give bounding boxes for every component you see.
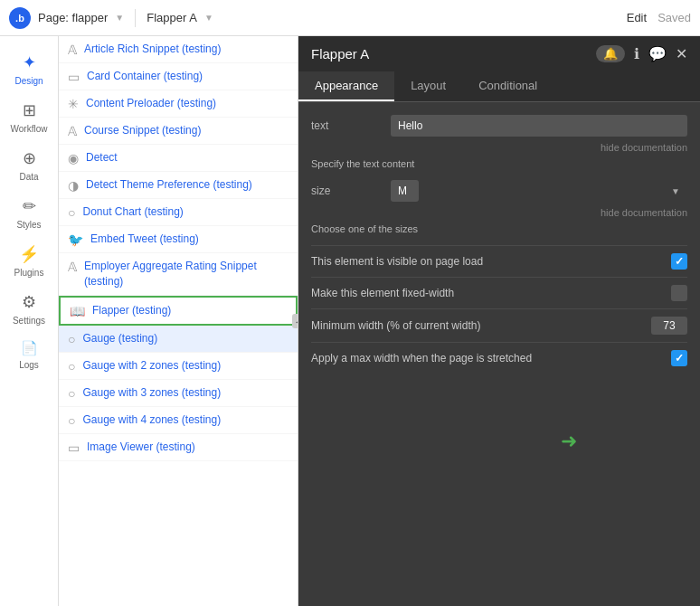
component-icon: 𝔸 bbox=[68, 124, 77, 138]
settings-title: Flapper A bbox=[311, 46, 369, 62]
sidebar-item-logs[interactable]: 📄 Logs bbox=[0, 333, 58, 377]
fixed-width-toggle[interactable] bbox=[671, 285, 687, 301]
sidebar-item-styles[interactable]: ✏ Styles bbox=[0, 189, 58, 237]
collapse-panel-button[interactable]: ◀ bbox=[292, 314, 298, 328]
component-name: Donut Chart (testing) bbox=[82, 204, 183, 220]
sidebar-item-data[interactable]: ⊕ Data bbox=[0, 141, 58, 189]
list-item[interactable]: ◉ Detect bbox=[59, 145, 298, 172]
page-dropdown-icon[interactable]: ▼ bbox=[115, 13, 124, 23]
design-icon: ✦ bbox=[23, 52, 36, 72]
min-width-row: Minimum width (% of current width) 73 bbox=[311, 308, 687, 342]
sidebar-item-settings[interactable]: ⚙ Settings bbox=[0, 285, 58, 333]
component-icon: ○ bbox=[68, 205, 75, 220]
sidebar-item-label-data: Data bbox=[19, 172, 38, 182]
component-icon: 🐦 bbox=[68, 232, 83, 247]
workflow-icon: ⊞ bbox=[23, 100, 36, 120]
top-bar: .b Page: flapper ▼ Flapper A ▼ Edit Save… bbox=[0, 0, 700, 36]
max-width-stretched-row: Apply a max width when the page is stret… bbox=[311, 342, 687, 374]
component-icon: ○ bbox=[68, 413, 75, 428]
component-name: Detect bbox=[86, 150, 118, 166]
component-name: Detect Theme Preference (testing) bbox=[86, 177, 252, 193]
sidebar-item-plugins[interactable]: ⚡ Plugins bbox=[0, 237, 58, 285]
list-item[interactable]: ○ Donut Chart (testing) bbox=[59, 199, 298, 226]
visible-on-load-row: This element is visible on page load bbox=[311, 245, 687, 277]
styles-icon: ✏ bbox=[23, 196, 36, 216]
flapper-label: Flapper A bbox=[147, 11, 197, 24]
logo[interactable]: .b bbox=[9, 7, 31, 29]
tab-appearance[interactable]: Appearance bbox=[298, 71, 394, 101]
text-field-label: text bbox=[311, 119, 383, 132]
component-name: Card Container (testing) bbox=[87, 69, 203, 84]
component-name: Gauge with 4 zones (testing) bbox=[82, 412, 221, 428]
list-item[interactable]: ○ Gauge with 2 zones (testing) bbox=[59, 353, 298, 380]
component-icon: ○ bbox=[68, 386, 75, 401]
sidebar-item-label-design: Design bbox=[14, 76, 43, 86]
max-width-stretched-label: Apply a max width when the page is stret… bbox=[311, 352, 532, 365]
visible-on-load-toggle[interactable] bbox=[671, 253, 687, 270]
sidebar-item-label-logs: Logs bbox=[19, 360, 39, 370]
list-item[interactable]: ○ Gauge with 4 zones (testing) bbox=[59, 407, 298, 434]
component-icon: ▭ bbox=[68, 440, 80, 455]
component-name: Gauge with 2 zones (testing) bbox=[82, 358, 221, 374]
text-input[interactable] bbox=[391, 115, 687, 137]
min-width-value[interactable]: 73 bbox=[651, 317, 687, 335]
component-icon: ✳ bbox=[68, 97, 79, 111]
settings-panel: Flapper A 🔔 ℹ 💬 ✕ Appearance Layout Cond… bbox=[298, 36, 700, 606]
sidebar-item-label-styles: Styles bbox=[16, 220, 41, 230]
list-item[interactable]: ✳ Content Preloader (testing) bbox=[59, 90, 298, 118]
divider bbox=[135, 9, 136, 27]
list-item[interactable]: 📖 Flapper (testing) bbox=[59, 296, 298, 326]
component-name: Article Rich Snippet (testing) bbox=[84, 42, 221, 57]
component-name: Image Viewer (testing) bbox=[87, 440, 195, 455]
sidebar-item-design[interactable]: ✦ Design bbox=[0, 45, 58, 93]
min-width-label: Minimum width (% of current width) bbox=[311, 319, 480, 332]
component-name: Content Preloader (testing) bbox=[86, 96, 216, 111]
list-item[interactable]: 𝔸 Article Rich Snippet (testing) bbox=[59, 36, 298, 63]
info-icon[interactable]: ℹ bbox=[634, 45, 639, 62]
logs-icon: 📄 bbox=[21, 340, 38, 356]
text-doc-link[interactable]: hide documentation bbox=[311, 142, 687, 153]
component-list: 𝔸 Article Rich Snippet (testing) ▭ Card … bbox=[59, 36, 298, 461]
flapper-dropdown-icon[interactable]: ▼ bbox=[204, 13, 213, 23]
size-field-label: size bbox=[311, 185, 383, 197]
close-icon[interactable]: ✕ bbox=[676, 45, 687, 62]
sidebar-item-workflow[interactable]: ⊞ Workflow bbox=[0, 93, 58, 141]
component-panel: 𝔸 Article Rich Snippet (testing) ▭ Card … bbox=[59, 36, 298, 606]
sidebar-item-label-workflow: Workflow bbox=[11, 124, 48, 134]
list-item[interactable]: 🐦 Embed Tweet (testing) bbox=[59, 226, 298, 253]
component-icon: 📖 bbox=[70, 304, 85, 318]
bell-toggle-icon[interactable]: 🔔 bbox=[596, 45, 625, 62]
size-doc-link[interactable]: hide documentation bbox=[311, 207, 687, 218]
select-arrow-icon: ▼ bbox=[671, 186, 680, 196]
component-name: Course Snippet (testing) bbox=[84, 123, 201, 138]
list-item[interactable]: ▭ Card Container (testing) bbox=[59, 63, 298, 90]
tab-layout[interactable]: Layout bbox=[394, 71, 462, 101]
list-item[interactable]: 𝔸 Course Snippet (testing) bbox=[59, 118, 298, 145]
size-field-row: size M S L XL ▼ bbox=[311, 180, 687, 202]
text-field-row: text bbox=[311, 115, 687, 137]
text-description: Specify the text content bbox=[311, 158, 687, 169]
max-width-stretched-toggle[interactable] bbox=[671, 350, 687, 366]
size-select[interactable]: M S L XL bbox=[391, 180, 419, 202]
comment-icon[interactable]: 💬 bbox=[648, 45, 667, 62]
settings-body: text hide documentation Specify the text… bbox=[298, 102, 700, 606]
saved-status: Saved bbox=[657, 11, 691, 24]
tab-conditional[interactable]: Conditional bbox=[462, 71, 553, 101]
list-item[interactable]: 𝔸 Employer Aggregate Rating Snippet (tes… bbox=[59, 253, 298, 296]
list-item[interactable]: ◑ Detect Theme Preference (testing) bbox=[59, 172, 298, 199]
component-name: Gauge (testing) bbox=[82, 331, 157, 346]
component-icon: ◑ bbox=[68, 178, 79, 193]
component-icon: 𝔸 bbox=[68, 43, 77, 57]
component-name: Employer Aggregate Rating Snippet (testi… bbox=[84, 259, 289, 289]
edit-button[interactable]: Edit bbox=[627, 11, 647, 24]
list-item[interactable]: ○ Gauge with 3 zones (testing) bbox=[59, 380, 298, 407]
component-name: Gauge with 3 zones (testing) bbox=[82, 385, 221, 401]
list-item[interactable]: ▭ Image Viewer (testing) bbox=[59, 434, 298, 461]
settings-tabs: Appearance Layout Conditional bbox=[298, 71, 700, 102]
sidebar-item-label-settings: Settings bbox=[13, 316, 45, 326]
component-icon: ○ bbox=[68, 332, 75, 346]
component-icon: ○ bbox=[68, 359, 75, 374]
list-item[interactable]: ○ Gauge (testing) bbox=[59, 326, 298, 353]
component-name: Embed Tweet (testing) bbox=[90, 232, 199, 247]
settings-header: Flapper A 🔔 ℹ 💬 ✕ bbox=[298, 36, 700, 71]
